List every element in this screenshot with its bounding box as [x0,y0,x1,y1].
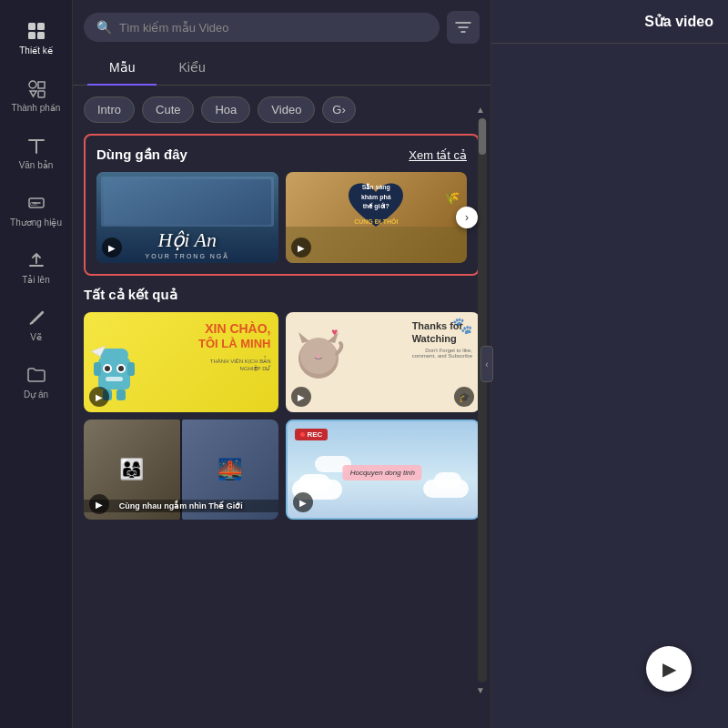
search-wrapper: 🔍 [84,13,440,42]
tabs: Mẫu Kiểu [73,51,490,86]
text-icon [25,135,47,157]
svg-text:co.: co. [30,200,38,207]
sidebar-item-ve[interactable]: Vẽ [0,296,72,353]
sidebar-label-du-an: Dự án [24,389,48,399]
sidebar-item-van-ban[interactable]: Văn bản [0,124,72,181]
hoian-play-button[interactable]: ▶ [102,238,122,258]
filter-tags: Intro Cute Hoa Video G› [84,96,480,123]
template-card-xinchao[interactable]: XIN CHÀO, TÔI LÀ MINH THÀNH VIÊN KỊCH BẢ… [84,312,278,412]
rec-play-button[interactable]: ▶ [293,492,313,512]
upload-icon [25,249,47,271]
template-card-rec[interactable]: REC Hocquyen dong tinh ▶ [286,420,480,520]
sidebar-item-thanh-phan[interactable]: Thành phần [0,66,72,124]
grid-icon [25,20,47,42]
canvas-area [491,44,728,728]
recent-section-header: Dùng gần đây Xem tất cả [96,147,467,163]
svg-text:♥: ♥ [331,326,338,339]
rec-badge: REC [295,429,329,440]
view-all-link[interactable]: Xem tất cả [409,148,467,162]
xinchao-headline: XIN CHÀO, TÔI LÀ MINH [198,321,270,350]
right-header: Sửa video [491,0,728,44]
sidebar-label-thanh-phan: Thành phần [12,103,61,113]
thanks-play-button[interactable]: ▶ [291,387,311,407]
search-bar: 🔍 [73,0,490,51]
svg-rect-13 [127,362,135,376]
svg-rect-16 [100,349,128,361]
thanks-sub: Don't Forget to like,comment, and Subscr… [412,348,472,359]
svg-point-28 [317,355,320,359]
sansung-cta: CÙNG ĐI THÔI [354,218,398,225]
filter-tag-video[interactable]: Video [258,96,315,123]
sidebar-item-thiet-ke[interactable]: Thiết kế [0,9,72,66]
sidebar-label-ve: Vẽ [30,332,42,342]
brand-icon: co. [25,192,47,214]
sansung-bg: Sẵn sàngkhám pháthế giới? CÙNG ĐI THÔI 🌾 [286,172,468,263]
recent-section: Dùng gần đây Xem tất cả Hội An YOUR TRON… [84,134,480,276]
xinchao-play-button[interactable]: ▶ [89,387,109,407]
content-area: Intro Cute Hoa Video G› Dùng gần đây Xem… [73,86,490,728]
shapes-icon [25,77,47,99]
template-card-sansung[interactable]: Sẵn sàngkhám pháthế giới? CÙNG ĐI THÔI 🌾… [286,172,468,263]
svg-rect-11 [98,358,130,389]
filter-button[interactable] [447,11,480,44]
svg-rect-15 [116,389,126,400]
sansung-play-button[interactable]: ▶ [291,238,311,258]
panel-scrollbar[interactable] [478,118,487,682]
search-input[interactable] [119,21,427,35]
recent-next-button[interactable]: › [456,207,478,228]
filter-tag-hoa[interactable]: Hoa [201,96,250,123]
right-panel: Sửa video [491,0,728,728]
thanks-text-block: Thanks for Watching Don't Forget to like… [412,319,472,359]
svg-point-20 [118,366,124,371]
filter-tag-intro[interactable]: Intro [84,96,135,123]
right-panel-title: Sửa video [644,13,713,30]
svg-rect-2 [28,32,35,39]
thanks-cap-icon: 🎓 [454,387,474,407]
scroll-arrow-bottom[interactable]: ▼ [475,682,486,697]
wheat-icon: 🌾 [444,190,460,205]
rec-text-box: Hocquyen dong tinh [343,465,422,480]
all-results: Tất cả kết quả [84,287,480,520]
template-card-cungnan[interactable]: 👨‍👩‍👧 🌉 Cùng nhau ngắm nhìn Thế Giới ▶ [84,420,278,520]
template-card-thanks[interactable]: ♥ 🐾 Thanks for Watching Don't Forget to … [286,312,480,412]
scroll-arrow-top[interactable]: ▲ [475,102,486,116]
tab-kieu[interactable]: Kiểu [157,51,227,86]
filter-tag-cute[interactable]: Cute [142,96,194,123]
sidebar-item-du-an[interactable]: Dự án [0,353,72,410]
sidebar-item-thuong-hieu[interactable]: co. Thương hiệu [0,181,72,238]
all-results-grid: XIN CHÀO, TÔI LÀ MINH THÀNH VIÊN KỊCH BẢ… [84,312,480,520]
svg-rect-5 [38,91,45,97]
svg-point-19 [105,366,110,371]
svg-point-4 [29,81,36,88]
cungnan-play-button[interactable]: ▶ [89,494,109,514]
sidebar-item-tai-len[interactable]: Tải lên [0,238,72,296]
big-play-button[interactable]: ▶ [646,646,692,692]
sidebar-label-van-ban: Văn bản [19,160,54,170]
svg-rect-1 [37,23,45,30]
svg-rect-3 [37,32,45,39]
filter-tag-more[interactable]: G› [322,96,355,123]
folder-icon [25,364,47,386]
svg-rect-21 [106,377,123,381]
all-results-title: Tất cả kết quả [84,287,480,303]
template-card-hoian[interactable]: Hội An YOUR TRONG NGÃ ▶ [96,172,278,263]
sidebar-label-tai-len: Tải lên [22,275,49,285]
tab-mau[interactable]: Mẫu [87,51,157,86]
main-panel: 🔍 Mẫu Kiểu Intro Cute Hoa Video G› Dù [73,0,491,728]
sansung-text: Sẵn sàngkhám pháthế giới? [347,183,406,212]
recent-templates-grid: Hội An YOUR TRONG NGÃ ▶ [96,172,467,263]
scrollbar-thumb [479,118,486,155]
draw-icon [25,307,47,329]
hoian-subtitle: YOUR TRONG NGÃ [96,253,278,259]
cungnan-title: Cùng nhau ngắm nhìn Thế Giới [84,500,278,512]
rec-dot [300,432,305,437]
search-icon: 🔍 [96,20,112,35]
sidebar: Thiết kế Thành phần Văn bản co. [0,0,73,728]
sidebar-label-thuong-hieu: Thương hiệu [10,217,62,228]
hoian-title: Hội An [96,228,278,252]
svg-rect-0 [28,23,35,30]
recent-section-title: Dùng gần đây [96,147,187,163]
svg-rect-12 [94,362,101,376]
xinchao-sub: THÀNH VIÊN KỊCH BẢNNGHIỆP DƯ [210,358,271,373]
sidebar-label-thiet-ke: Thiết kế [19,46,52,56]
